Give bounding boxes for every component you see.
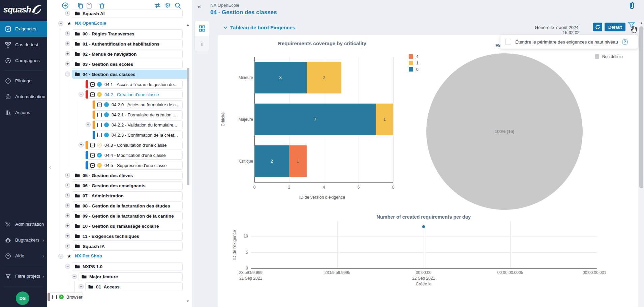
tree-requirement[interactable]: −✓04.5 - Suppression d'une classe: [85, 161, 183, 170]
tree-scroll-up-icon[interactable]: ▲: [186, 23, 189, 26]
page-title: 04 - Gestion des classes: [210, 9, 277, 16]
tree-folder[interactable]: 02 - Menus de navigation: [72, 50, 183, 58]
main-scrollbar-thumb[interactable]: [639, 26, 643, 188]
help-icon[interactable]: ?: [622, 39, 628, 45]
star-icon: ★: [67, 21, 71, 26]
scatter-chart-title: Number of created requirements per day: [376, 214, 471, 220]
expand-scope-checkbox[interactable]: [505, 39, 511, 45]
chevron-right-icon: ›: [42, 238, 44, 243]
sidebar-item-automatisation[interactable]: Automatisation›: [0, 89, 47, 105]
expand-toggle[interactable]: −: [72, 274, 77, 279]
tree-requirement[interactable]: −04.2.2 - Validation du formulaire...: [92, 120, 183, 129]
sidebar-item-aide[interactable]: ?Aide›: [0, 248, 47, 264]
tree-folder[interactable]: Major feature: [79, 272, 183, 281]
tree-folder[interactable]: Squash AI: [72, 9, 183, 18]
attachment-icon[interactable]: [627, 1, 636, 12]
sidebar-item-administration[interactable]: Administration›: [0, 216, 47, 232]
project-label[interactable]: NX Pet Shop: [75, 253, 102, 258]
tree-scroll-down-icon[interactable]: ▼: [186, 300, 189, 303]
expand-toggle[interactable]: +: [65, 183, 70, 188]
default-button[interactable]: Défaut: [605, 23, 625, 31]
expand-toggle[interactable]: +: [65, 51, 70, 56]
tree-row-browser: −✓Browser: [47, 292, 192, 302]
category-color-bar: [93, 111, 95, 119]
sidebar-item-bugtrackers[interactable]: Bugtrackers›: [0, 232, 47, 248]
project-label[interactable]: NX OpenEcole: [75, 21, 106, 26]
tree-folder[interactable]: 01 - Authentification et habilitations: [72, 39, 183, 48]
folder-icon: [75, 234, 80, 238]
tree-folder[interactable]: 08 - Gestion de la facturation des étude…: [72, 201, 183, 210]
tab-dashboard[interactable]: [195, 21, 209, 36]
expand-toggle[interactable]: −: [58, 254, 63, 259]
main-scroll-up-icon[interactable]: ▲: [640, 21, 643, 25]
sidebar-collapse-icon[interactable]: ‹: [49, 164, 52, 171]
expand-toggle[interactable]: −: [65, 264, 70, 269]
expand-toggle[interactable]: −: [58, 21, 63, 26]
tree-row-04-gestion-des-classes: −04 - Gestion des classes: [47, 69, 192, 79]
expand-toggle[interactable]: +: [65, 11, 70, 16]
expand-toggle[interactable]: +: [65, 61, 70, 66]
sidebar-item-filtre-projets[interactable]: Filtre projets›: [0, 268, 47, 284]
tree-folder[interactable]: 00 - Règles Transverses: [72, 29, 183, 38]
refresh-button[interactable]: [593, 23, 602, 31]
tree-folder[interactable]: 10 - Gestion du ramassage scolaire: [72, 222, 183, 230]
tree-requirement[interactable]: −✓04.4 - Modification d'une classe: [85, 151, 183, 160]
filter-funnel-icon[interactable]: [627, 21, 636, 31]
sidebar-item-cas-de-test[interactable]: Cas de test: [0, 37, 47, 53]
sidebar-nav-bottom: Administration›Bugtrackers›?Aide›Filtre …: [0, 216, 47, 288]
bar-segment: 2: [307, 62, 341, 93]
tree-folder[interactable]: 03 - Gestion des écoles: [72, 60, 183, 68]
expand-toggle[interactable]: −: [79, 284, 84, 289]
expand-toggle[interactable]: +: [86, 122, 91, 127]
sidebar-item-campagnes[interactable]: Campagnes: [0, 53, 47, 68]
tree-folder[interactable]: 06 - Gestion des enseignants: [72, 181, 183, 190]
sidebar-item-exigences[interactable]: Exigences: [0, 21, 47, 37]
tree-folder[interactable]: 05 - Gestion des élèves: [72, 171, 183, 180]
pilotage-icon: [4, 78, 12, 84]
expand-toggle[interactable]: +: [65, 213, 70, 218]
tree-requirement[interactable]: −04.2.3 - Confirmation de la créat...: [92, 131, 183, 139]
squash-logo[interactable]: squash: [0, 0, 47, 19]
tree-folder[interactable]: 11 - Exigences techniques: [72, 232, 183, 241]
expand-toggle[interactable]: +: [65, 244, 70, 249]
tree-item-label: 00 - Règles Transverses: [83, 31, 134, 36]
tree-folder[interactable]: 09 - Gestion de la facturation de la can…: [72, 212, 183, 220]
sidebar-item-actions[interactable]: Actions: [0, 105, 47, 120]
expand-toggle[interactable]: +: [65, 203, 70, 208]
expand-toggle[interactable]: +: [65, 223, 70, 228]
tree-scrollbar-thumb[interactable]: [187, 68, 189, 185]
robot-icon: [4, 93, 12, 100]
tree-requirement[interactable]: −04.2.0 - Accès au formulaire de c...: [92, 100, 183, 109]
tree-requirement[interactable]: −✓04.3 - Consultation d'une classe: [85, 141, 183, 149]
expand-toggle[interactable]: −: [65, 72, 70, 77]
tree-requirement[interactable]: −✓Browser: [47, 292, 83, 301]
tree-requirement[interactable]: −04.2.1 - Formulaire de création ...: [92, 110, 183, 119]
bar-chart-category-label: Majeure: [239, 117, 253, 122]
tree-row-09-gestion-de-la-facturation-de-la-cantine: +09 - Gestion de la facturation de la ca…: [47, 211, 192, 221]
avatar[interactable]: DS: [16, 291, 29, 305]
tab-information[interactable]: i: [195, 36, 209, 52]
main-scrollbar[interactable]: ▲: [639, 20, 644, 307]
tree-folder[interactable]: 07 - Administration: [72, 191, 183, 200]
tree-folder[interactable]: 01_Access: [85, 282, 183, 291]
expand-toggle[interactable]: +: [65, 173, 70, 178]
expand-toggle[interactable]: +: [65, 193, 70, 198]
expand-toggle[interactable]: +: [65, 41, 70, 46]
expand-toggle[interactable]: +: [79, 142, 84, 147]
refresh-icon: [595, 24, 601, 30]
tree-folder[interactable]: NXPS 1.0: [72, 262, 183, 271]
tree-requirement[interactable]: −04.1 - Accès à l'écran de gestion de...: [85, 80, 183, 89]
sidebar-item-pilotage[interactable]: Pilotage: [0, 73, 47, 89]
collapse-panel-icon[interactable]: «: [197, 3, 201, 10]
tree-row-04-2-cr-ation-d-une-classe: −−✓04.2 - Création d'une classe: [47, 89, 192, 100]
scatter-y-tick: 0: [246, 266, 248, 271]
dashboard-section-header[interactable]: Tableau de bord Exigences: [223, 25, 295, 30]
scatter-x-axis: [251, 268, 597, 269]
expand-toggle[interactable]: +: [65, 31, 70, 36]
tree-folder[interactable]: 04 - Gestion des classes: [72, 70, 189, 79]
tree-requirement[interactable]: −✓04.2 - Création d'une classe: [85, 90, 183, 99]
folder-icon: [75, 194, 80, 198]
expand-toggle[interactable]: −: [79, 92, 84, 97]
tree-folder[interactable]: Squash IA: [72, 242, 183, 251]
expand-toggle[interactable]: +: [65, 233, 70, 239]
